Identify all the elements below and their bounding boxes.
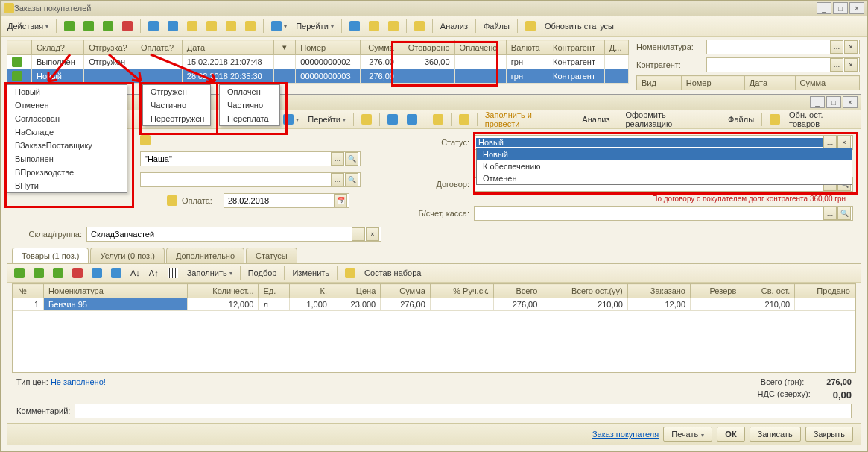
down-icon[interactable] [107,266,125,280]
close-button[interactable]: × [849,2,864,14]
fill-and-post-button[interactable]: Заполнить и провести [481,108,571,131]
menu-item[interactable]: Согласован [7,112,127,125]
add-icon[interactable] [60,19,78,34]
comment-input[interactable] [75,404,852,418]
menu-item[interactable]: ВПути [7,179,127,192]
select-button[interactable]: Подбор [244,266,281,280]
analysis-button[interactable]: Анализ [578,113,613,126]
search-icon[interactable] [429,112,447,127]
menu-item[interactable]: Выполнен [7,152,127,166]
help-icon[interactable] [358,112,376,127]
ok-button[interactable]: ОК [717,427,744,442]
table-row[interactable]: Новый 28.02.2018 20:35:3000000000003 276… [7,69,629,84]
composition-button[interactable]: Состав набора [361,266,425,280]
sort-desc-icon[interactable]: A↑ [145,266,162,280]
menu-item[interactable]: ВЗаказеПоставщику [7,139,127,152]
filter1-icon[interactable] [183,19,201,34]
clipboard2-icon[interactable] [455,112,473,127]
tab-tovary[interactable]: Товары (1 поз.) [12,248,89,263]
realize-button[interactable]: Оформить реализацию [621,108,716,131]
sort-asc-icon[interactable]: A↓ [127,266,144,280]
maximize-button[interactable]: □ [833,2,848,14]
clipboard-icon[interactable] [411,19,428,34]
fill-menu[interactable]: Заполнить▾ [183,266,236,280]
otgruzka-status-menu[interactable]: Отгружен Частично Переотгружен [142,84,211,126]
change-button[interactable]: Изменить [288,266,333,280]
table-row[interactable]: ВыполненОтгружен 15.02.2018 21:07:480000… [7,55,629,69]
nomenclature-input[interactable]: …× [706,40,860,54]
edit-row-icon[interactable] [49,266,67,280]
upd-stock-icon[interactable] [766,112,784,127]
list-icon[interactable] [384,112,402,127]
inner-minimize-button[interactable]: _ [810,96,825,108]
inner-export-icon[interactable]: ▾ [279,112,302,127]
add-row-icon[interactable] [10,266,28,280]
status-dropdown[interactable]: Новый К обеспечению Отменен [476,148,852,185]
inner-close-button[interactable]: × [843,96,858,108]
inner-goto-menu[interactable]: Перейти▾ [304,113,349,126]
menu-item[interactable]: Новый [477,148,852,160]
menu-item[interactable]: Частично [220,98,279,112]
extra-input[interactable]: …🔍 [140,172,361,187]
tab-statusy[interactable]: Статусы [246,248,297,263]
refresh-icon[interactable] [145,19,162,34]
menu-item[interactable]: Отменен [7,98,127,112]
tab-uslugi[interactable]: Услуги (0 поз.) [90,248,164,263]
files-button[interactable]: Файлы [480,19,513,33]
set-icon[interactable] [341,266,359,280]
orders-grid[interactable]: Склад?Отгрузка?Оплата? Дата▾Номер СуммаО… [7,40,629,84]
account-input[interactable]: …🔍 [474,206,853,221]
oplata-date-input[interactable]: 📅 [224,193,349,208]
sklad-status-menu[interactable]: Новый Отменен Согласован НаСкладе ВЗаказ… [7,84,127,193]
help2-icon[interactable] [365,19,383,34]
up-icon[interactable] [88,266,106,280]
table-row[interactable]: 1 Бензин 95 12,000 л 1,000 23,000 276,00… [13,298,855,311]
oplata-status-menu[interactable]: Оплачен Частично Переплата [219,84,280,126]
calendar-icon[interactable]: 📅 [334,194,347,207]
help1-icon[interactable] [346,19,364,34]
menu-item[interactable]: Новый [7,85,127,98]
goto-menu[interactable]: Перейти▾ [292,19,338,33]
update-status-button[interactable]: Обновить статусы [541,19,618,33]
tab-dop[interactable]: Дополнительно [166,248,244,263]
order-link[interactable]: Заказ покупателя [592,430,659,439]
minimize-button[interactable]: _ [817,2,831,14]
filter3-icon[interactable] [222,19,240,34]
print-button[interactable]: Печать ▾ [663,427,712,442]
close-button[interactable]: Закрыть [805,427,853,442]
items-grid[interactable]: № Номенклатура Количест... Ед. К. Цена С… [13,283,855,311]
filter2-icon[interactable] [203,19,221,34]
menu-item[interactable]: ВПроизводстве [7,166,127,179]
nav-prev-icon[interactable] [164,19,182,34]
menu-item[interactable]: Отгружен [143,85,210,98]
list2-icon[interactable] [403,112,421,127]
inner-maximize-button[interactable]: □ [826,96,841,108]
export-icon[interactable]: ▾ [267,19,291,34]
price-type-link[interactable]: Не заполнено! [51,377,106,386]
save-button[interactable]: Записать [750,427,801,442]
print-icon[interactable] [384,19,402,34]
sklad-input[interactable]: …× [86,227,381,242]
delete-row-icon[interactable] [30,266,48,280]
actions-menu[interactable]: Действия▾ [4,19,52,33]
barcode-icon[interactable] [164,266,182,280]
filter4-icon[interactable] [241,19,259,34]
menu-item[interactable]: К обеспечению [477,160,852,172]
menu-item[interactable]: Переплата [220,112,279,125]
org-input[interactable]: …🔍 [140,151,361,166]
rep-icon[interactable] [522,19,539,34]
menu-item[interactable]: Частично [143,98,210,112]
del2-row-icon[interactable] [69,266,86,280]
menu-item[interactable]: НаСкладе [7,125,127,139]
update-stock-button[interactable]: Обн. ост. товаров [785,108,858,131]
menu-item[interactable]: Отменен [477,172,852,184]
magnify-icon[interactable]: 🔍 [345,152,358,166]
delete-icon[interactable] [118,19,136,34]
files-button[interactable]: Файлы [724,113,758,126]
analysis-button[interactable]: Анализ [437,19,472,33]
copy-icon[interactable] [80,19,98,34]
menu-item[interactable]: Переотгружен [143,112,210,125]
menu-item[interactable]: Оплачен [220,85,279,98]
edit-icon[interactable] [99,19,117,34]
kontragent-input[interactable]: …× [706,57,860,72]
